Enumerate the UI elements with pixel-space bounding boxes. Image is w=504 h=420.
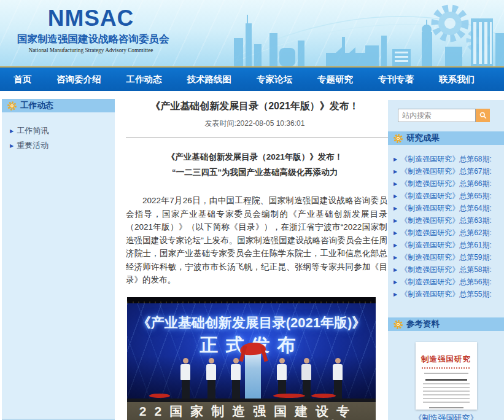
- article-title: 《产业基础创新发展目录（2021年版）》发布！: [120, 100, 390, 113]
- publish-time: 发表时间:2022-08-05 10:36:01: [120, 119, 390, 129]
- sidebar-menu: ▶工作简讯 ▶重要活动: [2, 123, 115, 153]
- search-input[interactable]: [398, 109, 476, 122]
- cover-decoration: [425, 379, 467, 381]
- red-ribbon-pile: [311, 394, 336, 398]
- banner-text-chinese: 22国家制造强国建设专: [127, 403, 376, 420]
- logo-acronym: NMSAC: [17, 6, 165, 31]
- nav-item[interactable]: 专家论坛: [257, 74, 292, 85]
- reference-section-title: 参考资料: [406, 319, 440, 330]
- research-item-link[interactable]: ▶《制造强国研究》总第55期:: [394, 288, 504, 300]
- left-sidebar: 工作动态 ▶工作简讯 ▶重要活动: [2, 99, 115, 420]
- photo-top-strip: [127, 297, 376, 303]
- journal-cover[interactable]: 制造强国研究: [416, 342, 477, 410]
- cover-decoration: [422, 367, 471, 369]
- divider: [126, 138, 390, 138]
- red-ribbon-pile: [273, 394, 305, 398]
- nav-item[interactable]: 联系我们: [439, 74, 475, 85]
- triangle-bullet-icon: ▶: [10, 128, 14, 134]
- research-item-link[interactable]: ▶《制造强国研究》总第58期:: [394, 263, 504, 276]
- research-section-title: 研究成果: [406, 133, 440, 144]
- org-name-english: National Manufacturing Strategy Advisory…: [17, 47, 165, 53]
- research-item-link[interactable]: ▶《制造强国研究》总第67期:: [394, 165, 504, 177]
- journal-cover-title: 制造强国研究: [416, 354, 477, 365]
- cover-decoration: [423, 402, 470, 403]
- article-body: 2022年7月26日，由中国工程院、国家制造强国建设战略咨询委员会指导，国家产业…: [126, 194, 387, 287]
- nav-item[interactable]: 专题研究: [317, 74, 353, 85]
- research-item-link[interactable]: ▶《制造强国研究》总第65期:: [394, 190, 504, 202]
- gear-icon: [7, 101, 17, 111]
- cover-decoration: [423, 391, 470, 392]
- article-subtitle-line1: 《产业基础创新发展目录（2021年版）》发布！: [120, 152, 390, 163]
- research-item-link[interactable]: ▶《制造强国研究》总第61期:: [394, 239, 504, 251]
- triangle-bullet-icon: ▶: [394, 279, 397, 285]
- article: 《产业基础创新发展目录（2021年版）》发布！ 发表时间:2022-08-05 …: [120, 91, 390, 420]
- cover-decoration: [423, 394, 470, 395]
- triangle-bullet-icon: ▶: [394, 292, 397, 297]
- triangle-bullet-icon: ▶: [394, 157, 397, 162]
- site-search: [398, 109, 504, 122]
- site-header: NMSAC 国家制造强国建设战略咨询委员会 National Manufactu…: [0, 0, 504, 66]
- nav-item[interactable]: 专刊专著: [378, 74, 414, 85]
- sidebar-menu-item[interactable]: ▶重要活动: [10, 138, 115, 153]
- nav-item[interactable]: 工作动态: [126, 74, 162, 85]
- research-item-link[interactable]: ▶《制造强国研究》总第68期:: [394, 153, 504, 165]
- nav-item[interactable]: 技术路线图: [187, 74, 232, 85]
- site-logo[interactable]: NMSAC 国家制造强国建设战略咨询委员会 National Manufactu…: [17, 6, 165, 53]
- page: NMSAC 国家制造强国建设战略咨询委员会 National Manufactu…: [0, 0, 504, 420]
- triangle-bullet-icon: ▶: [394, 255, 397, 260]
- sidebar-section-header: 工作动态: [2, 99, 115, 112]
- person-figure: [205, 358, 217, 399]
- research-item-link[interactable]: ▶《制造强国研究》总第63期:: [394, 214, 504, 227]
- triangle-bullet-icon: ▶: [394, 169, 397, 174]
- journal-caption-link[interactable]: 《制造强国研究》: [388, 413, 504, 420]
- person-figure: [230, 358, 242, 399]
- research-item-link[interactable]: ▶《制造强国研究》总第59期:: [394, 251, 504, 263]
- research-item-link[interactable]: ▶《制造强国研究》总第56期:: [394, 276, 504, 288]
- research-item-link[interactable]: ▶《制造强国研究》总第64期:: [394, 202, 504, 214]
- person-figure: [276, 358, 288, 399]
- person-figure: [179, 358, 192, 399]
- article-subtitle-line2: “一二三四五”为我国产业基础高级化再添动力: [120, 167, 390, 178]
- photo-screen-text-line1: 《产业基础创新发展目录(2021年版)》: [127, 314, 376, 332]
- launch-podium: [245, 348, 261, 399]
- research-section-header: 研究成果: [388, 131, 504, 145]
- research-item-link[interactable]: ▶《制造强国研究》总第62期:: [394, 227, 504, 239]
- search-button[interactable]: [476, 109, 490, 122]
- cityscape-gears-illustration: [234, 0, 504, 66]
- nav-item[interactable]: 咨询委介绍: [56, 74, 101, 85]
- search-icon: [479, 112, 487, 119]
- cover-decoration: [424, 373, 468, 374]
- right-sidebar: 研究成果 ▶《制造强国研究》总第68期: ▶《制造强国研究》总第67期: ▶《制…: [388, 100, 504, 420]
- triangle-bullet-icon: ▶: [394, 181, 397, 187]
- triangle-bullet-icon: ▶: [10, 143, 14, 149]
- cover-decoration: [423, 398, 470, 399]
- triangle-bullet-icon: ▶: [394, 230, 397, 236]
- photo-stage-banner: 22国家制造强国建设专 Forum of National Manufactur…: [127, 399, 376, 420]
- cover-decoration: [429, 407, 463, 408]
- triangle-bullet-icon: ▶: [394, 267, 397, 273]
- cover-decoration: [423, 383, 470, 384]
- gear-icon: [394, 320, 403, 329]
- person-figure: [331, 358, 344, 399]
- triangle-bullet-icon: ▶: [394, 193, 397, 199]
- reference-section-header: 参考资料: [388, 317, 504, 331]
- research-item-link[interactable]: ▶《制造强国研究》总第66期:: [394, 177, 504, 190]
- red-ribbon-pile: [149, 394, 170, 398]
- main-nav: 首页咨询委介绍工作动态技术路线图专家论坛专题研究专刊专著联系我们: [0, 66, 504, 91]
- nav-item[interactable]: 首页: [14, 74, 31, 85]
- triangle-bullet-icon: ▶: [394, 206, 397, 211]
- research-list: ▶《制造强国研究》总第68期: ▶《制造强国研究》总第67期: ▶《制造强国研究…: [388, 153, 504, 300]
- sidebar-menu-item[interactable]: ▶工作简讯: [10, 123, 115, 138]
- org-name-chinese: 国家制造强国建设战略咨询委员会: [17, 33, 165, 46]
- triangle-bullet-icon: ▶: [394, 218, 397, 224]
- triangle-bullet-icon: ▶: [394, 243, 397, 248]
- cover-decoration: [423, 387, 470, 388]
- gear-icon: [394, 134, 403, 143]
- person-figure: [300, 358, 312, 399]
- sidebar-section-title: 工作动态: [20, 100, 53, 111]
- event-photo: 《产业基础创新发展目录(2021年版)》 正式发布 22国家制造强国建设专 Fo…: [127, 297, 376, 420]
